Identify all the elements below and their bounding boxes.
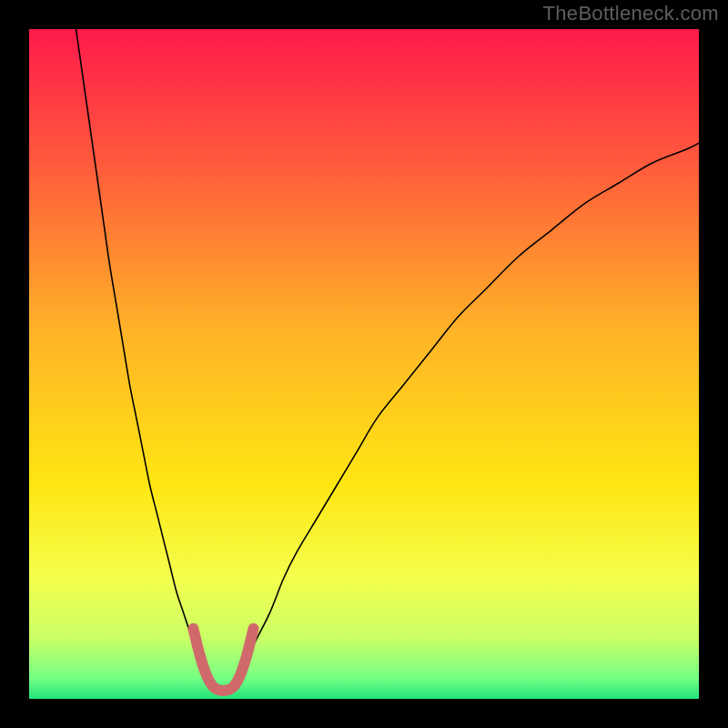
chart-svg xyxy=(29,29,699,699)
chart-root: TheBottleneck.com xyxy=(0,0,728,728)
plot-area xyxy=(29,29,699,699)
watermark-text: TheBottleneck.com xyxy=(543,2,719,25)
chart-background xyxy=(29,29,699,699)
